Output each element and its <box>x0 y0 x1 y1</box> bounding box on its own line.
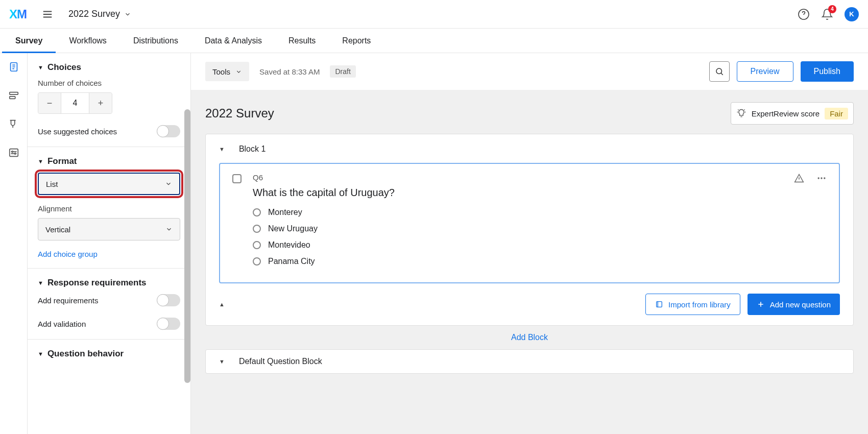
num-choices-label: Number of choices <box>38 79 180 87</box>
tab-workflows[interactable]: Workflows <box>56 29 120 53</box>
left-rail <box>0 53 28 434</box>
preview-button[interactable]: Preview <box>737 61 793 82</box>
collapse-icon[interactable]: ▼ <box>219 358 225 365</box>
tab-results[interactable]: Results <box>275 29 329 53</box>
rail-flow-icon[interactable] <box>7 89 20 102</box>
add-question-label: Add new question <box>770 300 831 309</box>
search-icon <box>715 67 724 76</box>
section-response-title: Response requirements <box>47 278 147 288</box>
publish-button[interactable]: Publish <box>801 61 854 82</box>
chevron-down-icon <box>165 180 172 187</box>
section-format-header[interactable]: ▼ Format <box>38 156 180 166</box>
tools-label: Tools <box>212 67 230 76</box>
svg-point-6 <box>14 153 16 154</box>
caret-down-icon: ▼ <box>38 280 43 286</box>
section-choices-title: Choices <box>47 62 81 73</box>
tools-dropdown[interactable]: Tools <box>205 62 249 81</box>
caret-down-icon: ▼ <box>38 351 43 357</box>
svg-point-8 <box>818 177 819 179</box>
more-icon[interactable] <box>816 173 827 273</box>
tab-reports[interactable]: Reports <box>329 29 384 53</box>
radio-icon <box>253 257 261 266</box>
question-text[interactable]: What is the capital of Uruguay? <box>253 187 783 199</box>
block-card: ▼ Block 1 Q6 What is the capital of Urug… <box>205 134 854 326</box>
import-library-label: Import from library <box>668 300 731 309</box>
svg-rect-3 <box>9 97 15 99</box>
add-choice-group-link[interactable]: Add choice group <box>38 250 98 258</box>
section-choices-header[interactable]: ▼ Choices <box>38 62 180 73</box>
expand-icon[interactable]: ▲ <box>219 301 225 307</box>
choice-label: Panama City <box>268 257 315 266</box>
rail-builder-icon[interactable] <box>7 60 20 74</box>
canvas: Tools Saved at 8:33 AM Draft Preview Pub… <box>191 53 868 434</box>
use-suggested-toggle[interactable] <box>157 125 180 137</box>
collapse-icon[interactable]: ▼ <box>219 146 225 152</box>
expert-review-pill[interactable]: ExpertReview score Fair <box>731 102 854 125</box>
add-validation-toggle[interactable] <box>157 318 180 330</box>
help-icon[interactable] <box>798 8 810 20</box>
scrollbar[interactable] <box>184 109 190 383</box>
search-button[interactable] <box>709 61 730 82</box>
svg-point-9 <box>821 177 822 179</box>
main-tabs: Survey Workflows Distributions Data & An… <box>0 29 868 53</box>
svg-point-10 <box>824 177 825 179</box>
plus-icon <box>757 300 765 308</box>
alignment-dropdown[interactable]: Vertical <box>38 218 180 240</box>
use-suggested-label: Use suggested choices <box>38 127 117 136</box>
import-library-button[interactable]: Import from library <box>645 294 740 315</box>
choice-row[interactable]: Monterey <box>253 208 783 217</box>
survey-title: 2022 Survey <box>205 106 274 120</box>
section-behavior-header[interactable]: ▼ Question behavior <box>38 349 180 359</box>
block-card: ▼ Default Question Block <box>205 349 854 374</box>
block-name[interactable]: Default Question Block <box>239 357 322 366</box>
project-name: 2022 Survey <box>68 9 120 19</box>
radio-icon <box>253 208 261 216</box>
block-name[interactable]: Block 1 <box>239 144 266 154</box>
avatar[interactable]: K <box>845 7 859 21</box>
logo: XM <box>9 7 27 21</box>
draft-badge: Draft <box>330 65 355 78</box>
question-id: Q6 <box>253 173 783 182</box>
choice-row[interactable]: Montevideo <box>253 240 783 250</box>
choice-label: New Uruguay <box>268 224 318 233</box>
svg-point-7 <box>716 68 722 74</box>
lightbulb-icon <box>736 108 746 118</box>
chevron-down-icon <box>124 11 131 18</box>
tab-distributions[interactable]: Distributions <box>120 29 191 53</box>
question-checkbox[interactable] <box>232 174 242 183</box>
library-icon <box>655 300 663 308</box>
chevron-down-icon <box>235 68 242 75</box>
section-response-header[interactable]: ▼ Response requirements <box>38 278 180 288</box>
radio-icon <box>253 225 261 233</box>
warning-icon[interactable] <box>794 173 804 273</box>
choice-label: Monterey <box>268 208 302 217</box>
rail-look-icon[interactable] <box>7 117 20 131</box>
chevron-down-icon <box>165 226 173 233</box>
rail-options-icon[interactable] <box>7 146 20 159</box>
num-choices-value: 4 <box>61 93 89 113</box>
project-dropdown[interactable]: 2022 Survey <box>68 9 131 19</box>
menu-icon[interactable] <box>42 9 53 20</box>
add-block-link[interactable]: Add Block <box>205 333 854 342</box>
saved-status: Saved at 8:33 AM <box>259 67 320 76</box>
add-validation-label: Add validation <box>38 320 86 328</box>
tab-data-analysis[interactable]: Data & Analysis <box>191 29 275 53</box>
notifications-icon[interactable]: 4 <box>821 8 833 20</box>
section-behavior-title: Question behavior <box>47 349 124 359</box>
decrement-button[interactable]: − <box>38 93 61 113</box>
question-card[interactable]: Q6 What is the capital of Uruguay? Monte… <box>219 163 840 283</box>
tab-survey[interactable]: Survey <box>2 29 56 53</box>
add-question-button[interactable]: Add new question <box>748 294 840 315</box>
expert-score: Fair <box>825 108 848 119</box>
app-header: XM 2022 Survey 4 K <box>0 0 868 29</box>
add-requirements-toggle[interactable] <box>157 294 180 306</box>
section-format-title: Format <box>47 156 77 166</box>
choice-row[interactable]: New Uruguay <box>253 224 783 233</box>
svg-rect-11 <box>657 302 662 307</box>
edit-panel: ▼ Choices Number of choices − 4 + Use su… <box>28 53 191 434</box>
choice-row[interactable]: Panama City <box>253 257 783 266</box>
increment-button[interactable]: + <box>89 93 112 113</box>
add-requirements-label: Add requirements <box>38 296 98 305</box>
alignment-label: Alignment <box>38 204 180 213</box>
format-dropdown[interactable]: List <box>38 173 180 195</box>
